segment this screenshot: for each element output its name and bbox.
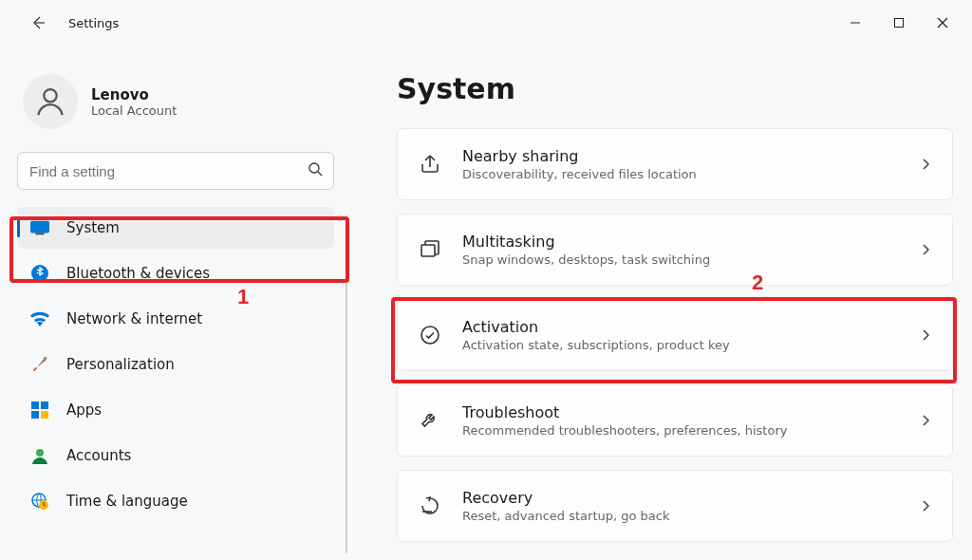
card-troubleshoot[interactable]: Troubleshoot Recommended troubleshooters… [397, 384, 953, 457]
brush-icon [30, 355, 49, 374]
card-subtitle: Snap windows, desktops, task switching [462, 252, 899, 267]
svg-line-7 [318, 172, 322, 176]
settings-card-list: Nearby sharing Discoverability, received… [397, 128, 953, 542]
chevron-right-icon [918, 498, 933, 513]
check-circle-icon [417, 322, 443, 348]
sidebar-item-time[interactable]: Time & language [17, 480, 334, 522]
search-box [17, 152, 334, 190]
recovery-icon [417, 493, 443, 519]
chevron-right-icon [918, 413, 933, 428]
wifi-icon [30, 309, 49, 328]
close-button[interactable] [921, 8, 964, 38]
svg-point-6 [309, 163, 319, 173]
sidebar-item-label: Personalization [66, 356, 175, 373]
svg-rect-2 [895, 19, 904, 28]
card-title: Activation [462, 318, 899, 336]
sidebar-item-label: Network & internet [66, 310, 202, 327]
windows-stack-icon [417, 236, 443, 263]
sidebar-item-personalization[interactable]: Personalization [17, 344, 334, 385]
svg-point-16 [36, 449, 44, 457]
search-icon [308, 161, 323, 180]
sidebar-item-label: Bluetooth & devices [66, 265, 210, 282]
card-subtitle: Activation state, subscriptions, product… [462, 338, 899, 352]
close-icon [937, 17, 948, 28]
svg-rect-9 [35, 233, 44, 234]
chevron-right-icon [918, 157, 933, 172]
profile-subtitle: Local Account [91, 103, 177, 118]
sidebar-item-accounts[interactable]: Accounts [17, 435, 334, 476]
profile-name: Lenovo [91, 86, 177, 103]
wrench-icon [417, 407, 443, 434]
display-icon [30, 218, 49, 237]
sidebar-item-apps[interactable]: Apps [17, 389, 334, 431]
sidebar-item-network[interactable]: Network & internet [17, 298, 334, 340]
maximize-icon [893, 17, 905, 28]
card-title: Troubleshoot [462, 403, 899, 421]
svg-rect-12 [31, 401, 39, 409]
card-title: Recovery [462, 489, 899, 507]
arrow-left-icon [30, 15, 46, 30]
svg-rect-19 [421, 245, 435, 256]
svg-rect-8 [30, 221, 49, 233]
profile-block[interactable]: Lenovo Local Account [17, 65, 334, 150]
window-title: Settings [68, 16, 119, 30]
globe-clock-icon [30, 492, 49, 511]
person-icon [32, 84, 68, 120]
search-input[interactable] [17, 152, 334, 190]
sidebar-item-label: Apps [66, 401, 102, 419]
sidebar-item-bluetooth[interactable]: Bluetooth & devices [17, 252, 334, 294]
card-subtitle: Reset, advanced startup, go back [462, 509, 899, 523]
sidebar-item-label: Time & language [66, 493, 188, 510]
maximize-button[interactable] [877, 8, 921, 38]
share-icon [417, 151, 443, 177]
minimize-icon [850, 17, 861, 28]
chevron-right-icon [918, 327, 933, 343]
account-icon [30, 446, 49, 465]
card-title: Multitasking [462, 233, 899, 251]
titlebar: Settings [0, 0, 972, 46]
apps-icon [30, 401, 49, 420]
svg-rect-14 [31, 411, 39, 419]
svg-rect-15 [41, 411, 48, 419]
card-subtitle: Discoverability, received files location [462, 167, 899, 181]
card-title: Nearby sharing [462, 147, 899, 165]
sidebar-scrollbar[interactable] [346, 269, 347, 553]
sidebar: Lenovo Local Account System [0, 46, 351, 560]
window-controls [833, 8, 964, 38]
svg-point-5 [44, 89, 56, 102]
chevron-right-icon [918, 242, 933, 257]
nav-list: System Bluetooth & devices Network & int… [17, 207, 334, 522]
svg-point-20 [421, 327, 439, 344]
bluetooth-icon [30, 264, 49, 283]
page-title: System [397, 72, 953, 105]
card-recovery[interactable]: Recovery Reset, advanced startup, go bac… [397, 470, 953, 542]
sidebar-item-system[interactable]: System [17, 207, 334, 249]
card-activation[interactable]: Activation Activation state, subscriptio… [397, 299, 953, 371]
back-button[interactable] [19, 4, 57, 42]
sidebar-item-label: Accounts [66, 447, 131, 464]
avatar [23, 74, 78, 129]
sidebar-item-label: System [66, 219, 120, 236]
card-subtitle: Recommended troubleshooters, preferences… [462, 423, 899, 438]
card-nearby-sharing[interactable]: Nearby sharing Discoverability, received… [397, 128, 953, 200]
svg-rect-13 [41, 401, 48, 409]
card-multitasking[interactable]: Multitasking Snap windows, desktops, tas… [397, 214, 953, 286]
minimize-button[interactable] [833, 8, 877, 38]
main-panel: System Nearby sharing Discoverability, r… [351, 46, 972, 560]
